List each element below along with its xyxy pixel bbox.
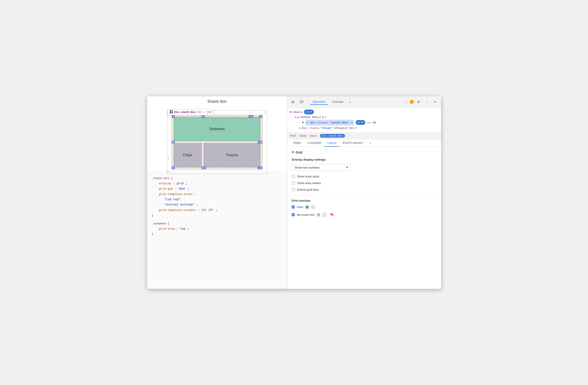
- cell-chips: Chips: [173, 143, 202, 168]
- code-line-9: .seaweed {: [152, 221, 282, 226]
- code-line-8: }: [152, 213, 282, 218]
- num-badge-1-2: 2: [202, 115, 205, 118]
- tooltip-box: div.snack-box 312 × 182: [168, 109, 214, 115]
- close-btn[interactable]: ✕: [432, 99, 438, 105]
- divider-line: [292, 195, 437, 195]
- num-badge-row-neg2: -2: [258, 141, 262, 144]
- main-content: Snack box div.snack-box 312 × 182: [147, 96, 441, 289]
- warning-icon: ⚠: [405, 100, 408, 104]
- num-badge-bot-neg2: -2: [202, 166, 206, 169]
- code-line-2: display : grid ;: [152, 181, 282, 186]
- check-snackbox-overlay[interactable]: [292, 213, 295, 216]
- section-grid-header: Grid: [292, 150, 437, 154]
- devtools-topbar: Elements Console » ⚠ 1 ⚙ ⋮ ✕: [287, 96, 441, 108]
- snackbox-overlay-icon[interactable]: [322, 213, 327, 217]
- checkbox-show-area-names: Show area names: [292, 181, 437, 185]
- tab-panel-more[interactable]: »: [366, 139, 374, 147]
- page-title: Snack box: [147, 96, 287, 106]
- dropdown-row: Show line numbers Show track sizes Show …: [292, 164, 437, 171]
- code-line-5: "top top": [152, 197, 282, 202]
- overlay-snackbox-label: div.snack-box: [297, 213, 315, 216]
- code-line-4: grid-template-areas :: [152, 192, 282, 197]
- tab-event-listeners[interactable]: Event Listeners: [339, 139, 366, 147]
- checkbox-show-track-sizes: Show track sizes: [292, 175, 437, 178]
- grid-visualization: 1 -1 3 1 -1 3 1 2 3 -3 2: [147, 106, 287, 172]
- breadcrumb: html › body › main › div.snack-box: [287, 133, 441, 139]
- dom-div-selected[interactable]: ··· ▼ < div class= "snack-box" > grid ==…: [290, 120, 438, 126]
- overlay-main-label: main: [297, 205, 303, 209]
- svg-rect-5: [302, 101, 303, 103]
- svg-point-6: [301, 103, 301, 103]
- svg-rect-1: [171, 110, 173, 112]
- tab-console[interactable]: Console: [330, 99, 346, 105]
- check-track-sizes-label[interactable]: Show track sizes: [297, 175, 319, 178]
- outer-num-neg1-top: -1: [249, 111, 252, 114]
- svg-rect-2: [170, 112, 171, 113]
- outer-num-row-3: 3: [167, 170, 169, 173]
- num-badge-neg3: -3: [249, 115, 253, 118]
- snack-box-grid: 1 2 3 -3 2 -2 3 -1 -2 Seaweed Chip: [171, 115, 263, 170]
- main-color-swatch[interactable]: [306, 206, 309, 209]
- overlay-settings-label: Overlay display settings: [292, 158, 437, 161]
- num-badge-bot-1: 3: [172, 166, 175, 169]
- overlay-row-snackbox: div.snack-box ➜: [292, 212, 437, 218]
- panel-tabs: Styles Computed Layout Event Listeners »: [287, 139, 441, 147]
- code-line-3: grid-gap : 10px ;: [152, 186, 282, 191]
- code-line-7: grid-template-columns : 1fr 2fr ;: [152, 208, 282, 213]
- bc-main[interactable]: main: [310, 134, 316, 137]
- tooltip-size: 312 × 182: [197, 110, 211, 114]
- tab-more-btn[interactable]: »: [348, 99, 352, 105]
- cell-seaweed: Seaweed: [173, 117, 261, 141]
- dom-p-line: < p >Snack box</ p >: [290, 115, 438, 120]
- outer-grid-wrapper: 1 -1 3 1 -1 3 1 2 3 -3 2: [171, 115, 263, 170]
- svg-rect-3: [171, 112, 173, 113]
- svg-rect-0: [170, 110, 171, 112]
- divider-1: [307, 100, 307, 104]
- warning-count: 1: [410, 100, 414, 104]
- triangle-down-icon: [292, 151, 294, 153]
- bc-body[interactable]: body: [300, 134, 307, 137]
- tab-elements[interactable]: Elements: [310, 99, 328, 105]
- more-btn[interactable]: ⋮: [424, 99, 430, 105]
- browser-window: Snack box div.snack-box 312 × 182: [147, 96, 441, 289]
- ellipsis-btn[interactable]: ···: [294, 120, 301, 125]
- snack-box-grid-badge: grid: [356, 120, 365, 125]
- num-badge-1-3: 3: [259, 115, 262, 118]
- check-extend-grid-label[interactable]: Extend grid lines: [297, 188, 319, 191]
- check-extend-grid[interactable]: [292, 188, 295, 191]
- main-grid-badge: grid: [304, 109, 314, 114]
- main-overlay-icon[interactable]: [311, 205, 315, 209]
- cell-peanut: Peanut: [204, 143, 260, 168]
- outer-num-col-right: 3: [264, 111, 265, 114]
- bc-selected[interactable]: div.snack-box: [320, 134, 345, 138]
- num-badge-1-1: 1: [172, 115, 175, 118]
- layout-content: Grid Overlay display settings Show line …: [287, 147, 441, 289]
- code-blank: [152, 218, 282, 221]
- dom-tree: ▼ <main> grid < p >Snack box</ p > ··· ▼…: [287, 108, 441, 133]
- code-line-10: grid-area : top ;: [152, 226, 282, 232]
- snackbox-color-swatch[interactable]: [317, 213, 320, 216]
- tab-styles[interactable]: Styles: [290, 139, 304, 147]
- grid-layout-icon: [170, 110, 173, 114]
- dom-main-line: ▼ <main> grid: [290, 109, 438, 115]
- line-numbers-select[interactable]: Show line numbers Show track sizes Show …: [292, 164, 351, 171]
- settings-btn[interactable]: ⚙: [416, 99, 422, 105]
- num-badge-row-2: 2: [172, 141, 175, 144]
- device-icon-btn[interactable]: [298, 99, 304, 105]
- check-main-overlay[interactable]: [292, 206, 295, 209]
- check-area-names[interactable]: [292, 181, 295, 185]
- red-arrow-annotation: ➜: [329, 211, 336, 218]
- check-area-names-label[interactable]: Show area names: [297, 181, 321, 185]
- code-line-11: }: [152, 232, 282, 237]
- tab-computed[interactable]: Computed: [304, 139, 324, 147]
- section-title: Grid: [296, 150, 302, 154]
- cursor-icon-btn[interactable]: [290, 99, 296, 105]
- check-track-sizes[interactable]: [292, 175, 295, 178]
- left-panel: Snack box div.snack-box 312 × 182: [147, 96, 287, 289]
- grid-overlays-label: Grid overlays: [292, 199, 437, 202]
- code-line-1: .snack-box {: [152, 176, 282, 181]
- overlay-row-main: main: [292, 205, 437, 209]
- bc-html[interactable]: html: [290, 134, 296, 137]
- tooltip-class: div.snack-box: [174, 110, 196, 114]
- tab-layout[interactable]: Layout: [324, 139, 339, 147]
